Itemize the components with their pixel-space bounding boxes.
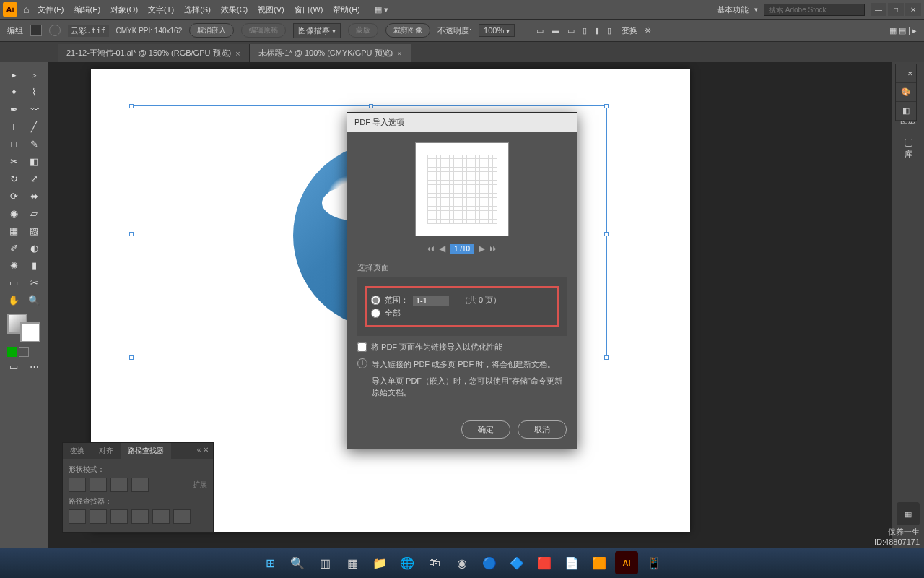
eraser-tool[interactable]: ◧ [25,153,43,169]
first-page-icon[interactable]: ⏮ [426,243,435,254]
line-tool[interactable]: ╱ [25,118,43,134]
stroke-color[interactable] [20,322,40,342]
blend-tool[interactable]: ◐ [25,240,43,256]
color-icon[interactable]: 🎨 [896,83,916,102]
edit-toolbar[interactable]: ⋯ [25,358,43,374]
grad-mode[interactable] [30,347,40,357]
range-radio[interactable] [371,296,380,305]
tab-doc2[interactable]: 未标题-1* @ 100% (CMYK/GPU 预览)× [250,44,411,62]
none-mode[interactable] [19,347,29,357]
rotate-tool[interactable]: ↻ [4,171,23,186]
paintbrush-tool[interactable]: ✎ [25,136,43,152]
prev-page-icon[interactable]: ◀ [439,243,445,254]
color-picker[interactable] [7,314,40,342]
search-stock-input[interactable] [764,4,865,16]
perspective-tool[interactable]: ▱ [25,205,43,221]
start-button[interactable]: ⊞ [258,551,282,574]
menu-edit[interactable]: 编辑(E) [74,4,101,15]
selection-tool[interactable]: ▸ [4,66,23,82]
tab-pathfinder[interactable]: 路径查找器 [121,443,171,459]
store-icon[interactable]: 🛍 [423,551,446,574]
tab-align[interactable]: 对齐 [92,443,121,459]
align-icons[interactable]: ▭ ▬ ▭ ▯ ▮ ▯ [536,26,614,35]
range-input[interactable] [413,296,449,306]
app6-icon[interactable]: 📱 [642,551,666,574]
unite-button[interactable] [69,478,86,492]
menu-type[interactable]: 文字(T) [148,4,174,15]
menu-effect[interactable]: 效果(C) [221,4,248,15]
opacity-input[interactable]: 100% ▾ [479,24,515,37]
close-icon[interactable]: ✕ [896,64,916,83]
edge-icon[interactable]: 🌐 [396,551,419,574]
swatch-icon[interactable]: ◧ [896,102,916,121]
menu-help[interactable]: 帮助(H) [333,4,359,15]
artboard-tool[interactable]: ▭ [4,275,23,290]
all-radio[interactable] [371,309,380,318]
transform-label[interactable]: 变换 [622,25,637,36]
intersect-button[interactable] [110,478,128,492]
app-icon[interactable]: 🔵 [478,551,501,574]
ok-button[interactable]: 确定 [461,420,510,439]
crop-button[interactable] [131,509,149,524]
rectangle-tool[interactable]: □ [4,136,23,152]
direct-selection-tool[interactable]: ▹ [25,66,43,82]
mesh-tool[interactable]: ▦ [4,223,23,238]
magic-wand-tool[interactable]: ✦ [4,84,23,100]
panel-toggle-icons[interactable]: ▦ ▤ | ▸ [889,26,917,35]
page-indicator[interactable]: 1 /10 [450,244,474,254]
menu-object[interactable]: 对象(O) [110,4,138,15]
width-tool[interactable]: ⟳ [4,188,23,204]
home-icon[interactable]: ⌂ [23,4,29,15]
tab-transform[interactable]: 变换 [63,443,92,459]
close-tab-icon[interactable]: × [235,49,240,58]
cancel-embed-button[interactable]: 取消嵌入 [189,23,234,38]
outline-button[interactable] [152,509,170,524]
illustrator-taskbar-icon[interactable]: Ai [615,551,638,574]
last-page-icon[interactable]: ⏭ [489,243,498,254]
divide-button[interactable] [69,509,86,524]
cancel-button[interactable]: 取消 [518,420,567,439]
color-mode[interactable] [7,347,17,357]
app3-icon[interactable]: 🟥 [533,551,556,574]
zoom-tool[interactable]: 🔍 [25,292,43,308]
workspace-switcher[interactable]: 基本功能 [717,4,749,15]
lasso-tool[interactable]: ⌇ [25,84,43,100]
pen-tool[interactable]: ✒ [4,101,23,117]
hand-tool[interactable]: ✋ [4,292,23,308]
menu-window[interactable]: 窗口(W) [295,4,323,15]
crop-image-button[interactable]: 裁剪图像 [385,23,430,38]
search-icon[interactable]: 🔍 [286,551,309,574]
shape-builder-tool[interactable]: ◉ [4,205,23,221]
trim-button[interactable] [90,509,107,524]
close-button[interactable]: ✕ [905,3,921,16]
menu-file[interactable]: 文件(F) [38,4,64,15]
task-view-icon[interactable]: ▥ [313,551,336,574]
curvature-tool[interactable]: 〰 [25,101,43,117]
link-import-checkbox[interactable] [357,342,367,352]
chrome-icon[interactable]: ◉ [450,551,474,574]
minimize-button[interactable]: — [871,3,886,16]
eyedropper-tool[interactable]: ✐ [4,240,23,256]
tab-doc1[interactable]: 21-12-王鸿伟-01.ai* @ 150% (RGB/GPU 预览)× [58,44,250,62]
menu-view[interactable]: 视图(V) [258,4,284,15]
widgets-icon[interactable]: ▦ [341,551,364,574]
expand-button[interactable]: 扩展 [193,480,207,490]
exclude-button[interactable] [131,478,149,492]
shaper-tool[interactable]: ✂ [4,153,23,169]
app5-icon[interactable]: 🟧 [588,551,611,574]
slice-tool[interactable]: ✂ [25,275,43,290]
maximize-button[interactable]: □ [888,3,904,16]
link-icon[interactable] [30,25,42,36]
free-transform-tool[interactable]: ⬌ [25,188,43,204]
screen-mode[interactable]: ▭ [4,358,23,374]
menu-select[interactable]: 选择(S) [184,4,211,15]
close-tab-icon[interactable]: × [397,49,401,58]
minus-back-button[interactable] [173,509,191,524]
scale-tool[interactable]: ⤢ [25,171,43,186]
explorer-icon[interactable]: 📁 [368,551,391,574]
gradient-tool[interactable]: ▨ [25,223,43,238]
embed-icon[interactable] [49,25,61,36]
app4-icon[interactable]: 📄 [560,551,583,574]
libraries-panel-tab[interactable]: ▢库 [904,136,913,160]
floating-color-panel[interactable]: ✕ 🎨 ◧ [895,64,917,121]
